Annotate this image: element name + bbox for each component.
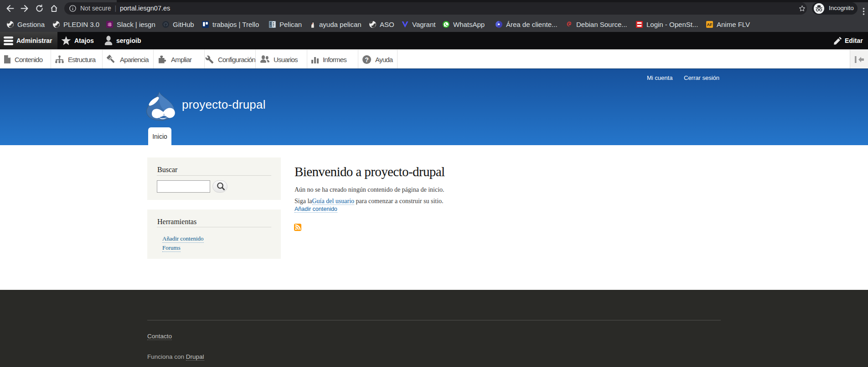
svg-text:?: ?	[365, 56, 369, 63]
svg-text:AF: AF	[707, 22, 713, 27]
